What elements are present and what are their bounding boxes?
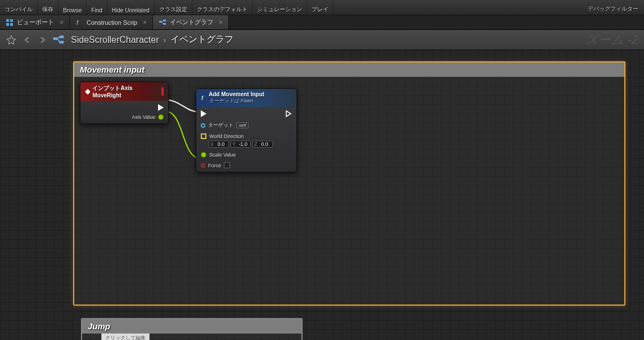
svg-rect-7 <box>163 23 166 25</box>
force-pin[interactable]: Force <box>201 162 273 168</box>
viewport-icon <box>6 19 13 26</box>
node-title: インプットAxis MoveRight <box>92 84 159 99</box>
close-icon[interactable]: × <box>143 19 147 26</box>
function-icon: f <box>201 95 206 101</box>
play-button[interactable]: プレイ <box>307 0 334 15</box>
svg-rect-3 <box>10 23 13 26</box>
svg-rect-1 <box>10 19 13 22</box>
pin-label: World Direction <box>209 133 244 139</box>
edit-tooltip: クリックして編集 <box>101 333 150 340</box>
breadcrumb: SideScrollerCharacter › イベントグラフ <box>71 34 233 46</box>
event-icon <box>85 89 90 95</box>
graph-canvas[interactable]: Movement input Jump クリックして編集 インプットAxis M… <box>0 50 644 340</box>
comment-title[interactable]: Jump <box>82 319 301 334</box>
zoom-level: ズーム -2 <box>586 32 638 48</box>
comment-title[interactable]: Movement input <box>74 62 624 77</box>
pin-label: Axis Value <box>132 114 155 120</box>
tab-bar: ビューポート × f Construction Scrip × イベントグラフ … <box>0 15 644 30</box>
tab-event-graph[interactable]: イベントグラフ × <box>153 15 229 29</box>
graph-type-icon <box>51 32 66 48</box>
svg-rect-9 <box>60 35 64 38</box>
svg-text:f: f <box>201 95 204 101</box>
simulation-button[interactable]: シミュレーション <box>253 0 307 15</box>
pin-label: Force <box>208 163 221 168</box>
svg-rect-0 <box>6 19 9 22</box>
svg-rect-2 <box>6 23 9 26</box>
breadcrumb-leaf[interactable]: イベントグラフ <box>170 34 233 46</box>
tab-viewport[interactable]: ビューポート × <box>0 15 70 29</box>
tab-label: Construction Scrip <box>87 19 137 26</box>
nav-forward-button[interactable] <box>35 32 51 48</box>
favorite-button[interactable] <box>3 32 19 48</box>
exec-out-pin[interactable] <box>285 110 292 117</box>
node-subtitle: ターゲットは Pawn <box>209 97 264 105</box>
main-toolbar: コンパイル 保存 Browse Find Hide Unrelated クラス設… <box>0 0 644 15</box>
node-header: f Add Movement Input ターゲットは Pawn <box>196 89 296 107</box>
node-add-movement-input[interactable]: f Add Movement Input ターゲットは Pawn ターゲット s… <box>196 88 297 172</box>
class-defaults-button[interactable]: クラスのデフォルト <box>192 0 253 15</box>
svg-rect-8 <box>53 37 58 40</box>
vec-y-field[interactable]: Y-1.0 <box>231 141 251 147</box>
graph-icon <box>159 19 166 26</box>
node-header: インプットAxis MoveRight <box>80 82 168 101</box>
vec-z-field[interactable]: Z0.0 <box>253 141 273 147</box>
compile-button[interactable]: コンパイル <box>0 0 38 15</box>
self-pill: self <box>236 122 249 128</box>
close-icon[interactable]: × <box>219 19 223 26</box>
tab-label: ビューポート <box>17 18 54 26</box>
tab-construction-script[interactable]: f Construction Scrip × <box>70 15 153 29</box>
class-settings-button[interactable]: クラス設定 <box>155 0 192 15</box>
svg-marker-11 <box>85 89 90 95</box>
scale-value-pin[interactable]: Scale Value <box>201 152 273 158</box>
find-button[interactable]: Find <box>87 0 107 15</box>
svg-rect-5 <box>159 21 162 23</box>
nav-back-button[interactable] <box>19 32 35 48</box>
pin-label: Scale Value <box>209 152 236 158</box>
vector-inputs: X0.0 Y-1.0 Z0.0 <box>209 141 273 147</box>
function-icon: f <box>75 19 83 26</box>
browse-button[interactable]: Browse <box>58 0 87 15</box>
save-button[interactable]: 保存 <box>38 0 58 15</box>
target-pin[interactable]: ターゲット self <box>201 122 273 129</box>
delegate-pin[interactable] <box>161 88 164 95</box>
svg-text:f: f <box>76 19 79 26</box>
chevron-right-icon: › <box>164 35 166 44</box>
axis-value-pin[interactable]: Axis Value <box>132 114 164 120</box>
debug-filter-label[interactable]: デバッグフィルター <box>582 5 644 15</box>
breadcrumb-root[interactable]: SideScrollerCharacter <box>71 35 159 45</box>
exec-out-pin[interactable] <box>158 104 164 111</box>
vec-x-field[interactable]: X0.0 <box>209 141 229 147</box>
hide-unrelated-button[interactable]: Hide Unrelated <box>107 0 155 15</box>
close-icon[interactable]: × <box>60 19 64 26</box>
exec-in-pin[interactable] <box>201 110 273 117</box>
svg-rect-6 <box>163 20 166 21</box>
nav-bar: SideScrollerCharacter › イベントグラフ ズーム -2 <box>0 30 644 50</box>
svg-rect-10 <box>60 41 64 43</box>
node-title: Add Movement Input <box>209 91 264 97</box>
tab-label: イベントグラフ <box>170 18 213 26</box>
world-direction-pin[interactable]: World Direction <box>201 133 273 139</box>
pin-label: ターゲット <box>208 122 233 129</box>
force-checkbox[interactable] <box>224 162 230 168</box>
node-input-axis-moveright[interactable]: インプットAxis MoveRight Axis Value <box>80 82 169 124</box>
